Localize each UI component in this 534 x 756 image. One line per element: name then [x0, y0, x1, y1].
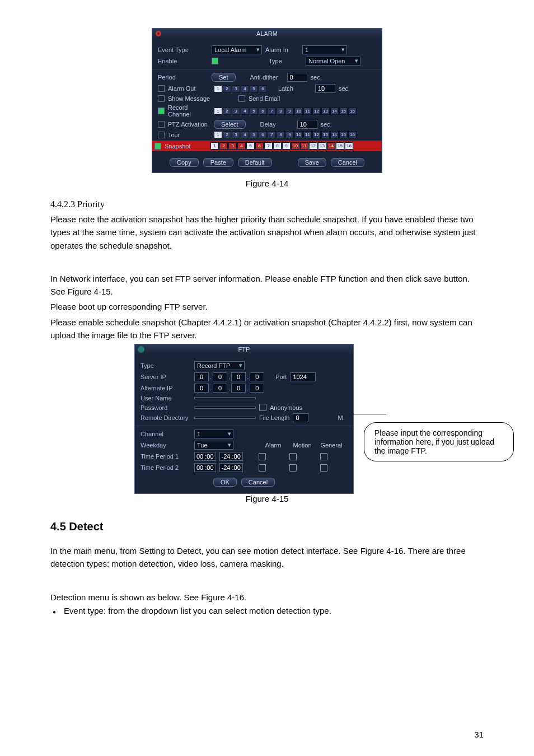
alarm-out-channels[interactable]: 123456: [214, 85, 267, 92]
alarm-title: ALARM: [256, 30, 278, 37]
tour-label: Tour: [168, 132, 210, 138]
paragraph-priority: Please note the activation snapshot has …: [50, 213, 484, 252]
tp2-general-checkbox[interactable]: [320, 464, 327, 472]
copy-button[interactable]: Copy: [170, 158, 199, 167]
bullet-1: ● Event type: from the dropdown list you…: [53, 606, 484, 615]
show-message-checkbox[interactable]: [158, 95, 165, 102]
cancel-button[interactable]: Cancel: [331, 158, 364, 167]
send-email-label: Send Email: [249, 95, 280, 102]
record-channels[interactable]: 12345678910111213141516: [214, 108, 357, 115]
remote-dir-input[interactable]: [194, 417, 256, 419]
file-length-label: File Length: [259, 414, 289, 421]
anonymous-checkbox[interactable]: [259, 404, 266, 411]
paragraph-detect-2: Detection menu is shown as below. See Fi…: [50, 591, 484, 604]
tp2-end[interactable]: -24 :00: [219, 463, 243, 472]
weekday-dropdown[interactable]: Tue: [194, 441, 233, 450]
delay-label: Delay: [260, 121, 294, 128]
tp2-alarm-checkbox[interactable]: [259, 464, 266, 472]
enable-checkbox[interactable]: [212, 58, 218, 64]
alt-ip-label: Alternate IP: [140, 385, 191, 391]
tp1-alarm-checkbox[interactable]: [259, 453, 266, 460]
paragraph-detect-1: In the main menu, from Setting to Detect…: [50, 544, 484, 571]
event-type-dropdown[interactable]: Local Alarm: [212, 45, 262, 54]
delay-input[interactable]: 10: [297, 120, 317, 129]
remote-dir-label: Remote Directory: [140, 414, 191, 421]
weekday-label: Weekday: [140, 442, 191, 449]
ftp-title: FTP: [238, 346, 250, 353]
callout-connector: [353, 414, 386, 414]
logo-icon: [154, 30, 162, 38]
figure-4-15-label: Figure 4-15: [50, 494, 484, 503]
anti-dither-input[interactable]: 0: [287, 73, 307, 82]
tour-checkbox[interactable]: [158, 132, 165, 138]
tp1-end[interactable]: -24 :00: [219, 452, 243, 461]
save-button[interactable]: Save: [298, 158, 326, 167]
server-ip-input[interactable]: 0.0.0.0: [194, 372, 264, 381]
period-label: Period: [158, 74, 208, 81]
server-ip-label: Server IP: [140, 374, 191, 380]
latch-input[interactable]: 10: [315, 84, 335, 93]
sec-unit-2: sec.: [339, 85, 350, 92]
show-message-label: Show Message: [168, 95, 235, 102]
record-channel-checkbox[interactable]: [158, 108, 165, 114]
latch-label: Latch: [278, 85, 312, 92]
ptz-select-button[interactable]: Select: [214, 120, 246, 129]
paragraph-ftp-3: Please enable schedule snapshot (Chapter…: [50, 316, 484, 342]
alarm-dialog: ALARM Event Type Local Alarm Alarm In 1 …: [152, 28, 382, 173]
m-unit: M: [338, 414, 343, 421]
user-name-label: User Name: [140, 395, 191, 402]
tp1-motion-checkbox[interactable]: [289, 453, 297, 460]
paragraph-ftp-1: In Network interface, you can set FTP se…: [50, 272, 484, 298]
ptz-activation-checkbox[interactable]: [158, 121, 165, 128]
type-label: Type: [269, 58, 302, 64]
heading-4-4-2-3: 4.4.2.3 Priority: [50, 199, 484, 209]
tp1-general-checkbox[interactable]: [320, 453, 327, 460]
user-name-input[interactable]: [194, 397, 256, 399]
time-period-1-label: Time Period 1: [140, 453, 191, 460]
snapshot-checkbox[interactable]: [154, 143, 161, 150]
svg-point-2: [138, 346, 144, 353]
snapshot-channels[interactable]: 12345678910111213141516: [210, 142, 353, 150]
logo-icon: [137, 346, 145, 353]
ftp-ok-button[interactable]: OK: [213, 478, 237, 487]
record-channel-label: Record Channel: [168, 104, 210, 118]
ptz-activation-label: PTZ Activation: [168, 121, 210, 128]
default-button[interactable]: Default: [238, 158, 272, 167]
figure-4-14-label: Figure 4-14: [50, 179, 484, 188]
channel-dropdown[interactable]: 1: [194, 430, 233, 438]
bullet-1-text: Event type: from the dropdown list you c…: [64, 606, 331, 615]
period-set-button[interactable]: Set: [212, 73, 236, 82]
ftp-type-label: Type: [140, 362, 191, 369]
tour-channels[interactable]: 12345678910111213141516: [214, 131, 357, 138]
paste-button[interactable]: Paste: [203, 158, 233, 167]
channel-label: Channel: [140, 431, 191, 437]
col-general: General: [318, 442, 344, 449]
ftp-cancel-button[interactable]: Cancel: [241, 478, 275, 487]
ftp-type-dropdown[interactable]: Record FTP: [194, 361, 245, 370]
file-length-input[interactable]: 0: [293, 413, 308, 422]
password-label: Password: [140, 404, 191, 411]
ftp-dialog: FTP Type Record FTP Server IP 0.0.0.0 Po…: [134, 344, 354, 494]
bullet-icon: ●: [53, 606, 56, 615]
send-email-checkbox[interactable]: [238, 95, 245, 102]
type-dropdown[interactable]: Normal Open: [306, 57, 360, 66]
callout-bubble: Please input the corresponding informati…: [364, 422, 514, 461]
callout-text: Please input the corresponding informati…: [374, 428, 494, 455]
alt-ip-input[interactable]: 0.0.0.0: [194, 384, 264, 393]
password-input[interactable]: [194, 407, 256, 409]
enable-label: Enable: [158, 58, 208, 64]
alarm-title-bar: ALARM: [152, 29, 382, 39]
port-input[interactable]: 1024: [290, 372, 316, 381]
alarm-in-label: Alarm In: [265, 46, 299, 53]
sec-unit-3: sec.: [321, 121, 332, 128]
paragraph-ftp-2: Please boot up corresponding FTP server.: [50, 300, 484, 313]
event-type-label: Event Type: [158, 46, 208, 53]
tp2-motion-checkbox[interactable]: [289, 464, 297, 472]
alarm-out-checkbox[interactable]: [158, 85, 165, 92]
alarm-in-dropdown[interactable]: 1: [302, 45, 347, 54]
tp1-start[interactable]: 00 :00: [194, 452, 216, 461]
time-period-2-label: Time Period 2: [140, 464, 191, 471]
alarm-out-label: Alarm Out: [168, 85, 210, 92]
port-label: Port: [275, 374, 287, 380]
tp2-start[interactable]: 00 :00: [194, 463, 216, 472]
